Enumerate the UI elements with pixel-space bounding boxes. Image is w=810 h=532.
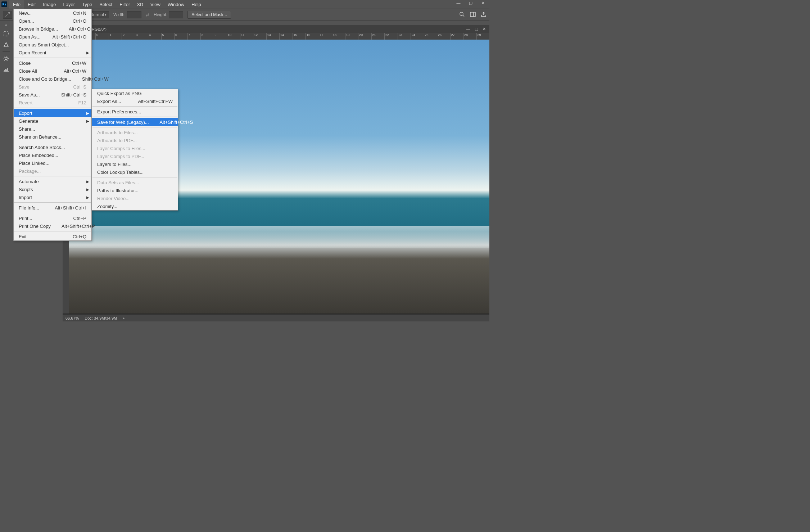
file-menu-item-10: SaveCtrl+S (14, 83, 91, 91)
file-menu-item-11[interactable]: Save As...Shift+Ctrl+S (14, 91, 91, 99)
file-menu-shortcut-10: Ctrl+S (63, 84, 86, 90)
file-menu-label-7: Close (19, 60, 31, 66)
file-menu-item-8[interactable]: Close AllAlt+Ctrl+W (14, 67, 91, 75)
export-menu-item-12[interactable]: Color Lookup Tables... (92, 168, 178, 176)
height-field: Height: (154, 11, 183, 18)
file-menu-shortcut-12: F12 (68, 100, 86, 105)
doc-maximize-icon[interactable]: ▢ (475, 27, 478, 31)
submenu-arrow-icon: ▶ (86, 188, 89, 191)
menu-layer[interactable]: Layer (60, 0, 79, 9)
export-menu-item-16: Render Video... (92, 194, 178, 202)
export-menu-item-0[interactable]: Quick Export as PNG (92, 89, 178, 97)
file-menu-item-28[interactable]: File Info...Alt+Shift+Ctrl+I (14, 204, 91, 212)
svg-rect-1 (470, 12, 475, 17)
window-controls: — ▢ ✕ (454, 1, 487, 5)
menu-select[interactable]: Select (96, 0, 116, 9)
menu-3d[interactable]: 3D (134, 0, 147, 9)
file-menu-item-15[interactable]: Generate▶ (14, 117, 91, 125)
file-menu-label-26: Import (19, 195, 32, 200)
export-menu-item-17[interactable]: Zoomify... (92, 202, 178, 210)
doc-minimize-icon[interactable]: — (466, 27, 470, 31)
file-menu-item-31[interactable]: Print One CopyAlt+Shift+Ctrl+P (14, 222, 91, 230)
menu-file[interactable]: File (9, 0, 24, 9)
menu-view[interactable]: View (147, 0, 164, 9)
style-value: Normal (90, 12, 104, 17)
file-menu-label-5: Open Recent (19, 50, 46, 55)
export-submenu: Quick Export as PNGExport As...Alt+Shift… (92, 89, 178, 211)
file-menu-label-9: Close and Go to Bridge... (19, 76, 71, 82)
file-menu-label-8: Close All (19, 68, 37, 74)
export-menu-item-5[interactable]: Save for Web (Legacy)...Alt+Shift+Ctrl+S (92, 118, 178, 126)
export-menu-item-1[interactable]: Export As...Alt+Shift+Ctrl+W (92, 97, 178, 105)
file-menu-item-5[interactable]: Open Recent▶ (14, 49, 91, 57)
doc-info[interactable]: Doc: 34,9M/34,9M (85, 316, 117, 320)
tool-icon-4[interactable] (2, 66, 10, 73)
file-menu-item-3[interactable]: Open As...Alt+Shift+Ctrl+O (14, 33, 91, 41)
file-menu-item-0[interactable]: New...Ctrl+N (14, 9, 91, 17)
file-menu-label-25: Scripts (19, 187, 33, 192)
width-input[interactable] (127, 11, 141, 18)
file-menu-shortcut-3: Alt+Shift+Ctrl+O (42, 34, 86, 40)
height-input[interactable] (169, 11, 183, 18)
menu-type[interactable]: Type (78, 0, 96, 9)
file-menu-item-19[interactable]: Search Adobe Stock... (14, 143, 91, 151)
file-menu-item-1[interactable]: Open...Ctrl+O (14, 17, 91, 25)
file-menu-item-24[interactable]: Automate▶ (14, 177, 91, 185)
zoom-level[interactable]: 66,67% (65, 316, 79, 320)
search-icon[interactable] (459, 12, 465, 18)
file-menu-item-17[interactable]: Share on Behance... (14, 133, 91, 141)
menu-filter[interactable]: Filter (116, 0, 134, 9)
file-menu-label-1: Open... (19, 18, 34, 24)
file-menu-item-20[interactable]: Place Embedded... (14, 151, 91, 159)
export-menu-label-14: Data Sets as Files... (97, 180, 139, 185)
svg-point-4 (5, 58, 7, 60)
export-menu-label-17: Zoomify... (97, 204, 117, 209)
document-tab[interactable]: PG @ 66,7% (RGB/8*) — ▢ ✕ (63, 25, 489, 33)
svg-marker-3 (4, 42, 8, 47)
file-menu-label-19: Search Adobe Stock... (19, 145, 65, 150)
file-menu-item-33[interactable]: ExitCtrl+Q (14, 233, 91, 240)
export-menu-label-5: Save for Web (Legacy)... (97, 120, 149, 125)
menu-edit[interactable]: Edit (24, 0, 39, 9)
menu-help[interactable]: Help (188, 0, 205, 9)
export-menu-item-11[interactable]: Layers to Files... (92, 160, 178, 168)
export-menu-shortcut-1: Alt+Shift+Ctrl+W (127, 99, 173, 104)
status-chevron-icon[interactable]: ▸ (123, 316, 125, 320)
ruler-horizontal: 0123456789101112131415161718192021222324… (69, 33, 489, 40)
menu-window[interactable]: Window (164, 0, 188, 9)
tool-icon-2[interactable] (2, 41, 10, 49)
maximize-button[interactable]: ▢ (466, 1, 475, 5)
tool-preset-icon[interactable] (3, 11, 12, 19)
file-menu-item-14[interactable]: Export▶ (14, 109, 91, 117)
submenu-arrow-icon: ▶ (86, 51, 89, 55)
app-logo: Ps (1, 1, 7, 7)
tool-icon-1[interactable] (2, 30, 10, 38)
export-menu-label-16: Render Video... (97, 196, 130, 201)
file-menu-item-7[interactable]: CloseCtrl+W (14, 59, 91, 67)
doc-close-icon[interactable]: ✕ (483, 27, 486, 31)
share-icon[interactable] (481, 12, 487, 18)
file-menu-item-2[interactable]: Browse in Bridge...Alt+Ctrl+O (14, 25, 91, 33)
file-menu-item-30[interactable]: Print...Ctrl+P (14, 214, 91, 222)
close-button[interactable]: ✕ (479, 1, 487, 5)
export-menu-label-1: Export As... (97, 99, 121, 104)
select-and-mask-button[interactable]: Select and Mask... (187, 11, 231, 19)
file-menu-item-16[interactable]: Share... (14, 125, 91, 133)
file-menu-item-9[interactable]: Close and Go to Bridge...Shift+Ctrl+W (14, 75, 91, 83)
export-menu-item-3[interactable]: Export Preferences... (92, 108, 178, 116)
file-menu-shortcut-2: Alt+Ctrl+O (58, 26, 91, 32)
workspace-icon[interactable] (470, 12, 476, 18)
file-menu-item-4[interactable]: Open as Smart Object... (14, 41, 91, 49)
swap-icon[interactable]: ⇄ (146, 12, 149, 17)
tool-icon-3[interactable] (2, 55, 10, 63)
file-menu-label-16: Share... (19, 126, 35, 132)
export-menu-item-10: Layer Comps to PDF... (92, 152, 178, 160)
file-menu-item-21[interactable]: Place Linked... (14, 159, 91, 167)
submenu-arrow-icon: ▶ (86, 119, 89, 123)
file-menu-item-26[interactable]: Import▶ (14, 193, 91, 201)
minimize-button[interactable]: — (454, 1, 463, 5)
file-menu-item-25[interactable]: Scripts▶ (14, 185, 91, 193)
menu-image[interactable]: Image (39, 0, 59, 9)
export-menu-item-15[interactable]: Paths to Illustrator... (92, 186, 178, 194)
file-menu-shortcut-31: Alt+Shift+Ctrl+P (51, 224, 95, 229)
